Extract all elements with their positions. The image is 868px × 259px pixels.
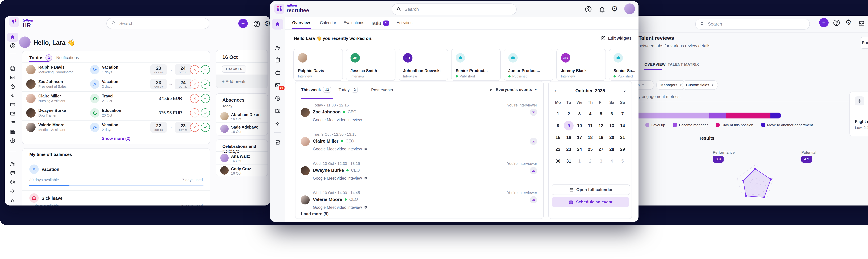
- todo-row[interactable]: Dwayne Burke Dog Trainer Education 20 Oc…: [22, 106, 210, 120]
- sidebar-item-feedback[interactable]: [5, 170, 21, 176]
- calendar-day[interactable]: 18: [585, 133, 595, 142]
- tab-overview[interactable]: Overview: [292, 21, 310, 25]
- calendar-day[interactable]: 22: [553, 144, 563, 154]
- calendar-day[interactable]: 23: [564, 144, 574, 154]
- calendar-day[interactable]: 3: [575, 109, 584, 119]
- sidebar-item-time-tracking[interactable]: [5, 84, 21, 89]
- schedule-event-button[interactable]: Schedule an event: [552, 197, 629, 207]
- tab-this-week[interactable]: This week 13: [301, 87, 331, 93]
- settings-gear-icon[interactable]: ⚙: [611, 4, 618, 13]
- todo-row[interactable]: Valerie Moore Medical Assistant Vacation…: [22, 120, 210, 135]
- todo-row[interactable]: Claire Miller Nursing Assistant Travel 2…: [22, 91, 210, 106]
- calendar-day[interactable]: 19: [596, 133, 606, 142]
- event-link[interactable]: Google Meet video inteview: [313, 205, 368, 210]
- sidebar-item-tasks[interactable]: [270, 57, 285, 63]
- event-link[interactable]: Google Meet video inteview: [313, 118, 362, 122]
- sidebar-item-calendar[interactable]: [5, 65, 21, 71]
- calendar-day[interactable]: 25: [585, 144, 595, 154]
- calendar-day[interactable]: 15: [553, 133, 563, 142]
- event-link[interactable]: Google Meet video inteview: [313, 176, 368, 181]
- sidebar-item-careers-site[interactable]: [270, 120, 285, 126]
- reject-button[interactable]: [190, 123, 199, 132]
- approve-button[interactable]: [201, 94, 210, 103]
- sidebar-item-id-card[interactable]: [5, 75, 21, 80]
- calendar-day-next-month[interactable]: 1: [575, 156, 584, 166]
- calendar-day[interactable]: 12: [596, 121, 606, 131]
- tab-evaluations[interactable]: Evaluations: [344, 21, 364, 25]
- sidebar-item-talent-pool[interactable]: [270, 108, 285, 114]
- sidebar-item-jobs[interactable]: [270, 69, 285, 76]
- add-button[interactable]: +: [238, 19, 248, 28]
- calendar-day[interactable]: 31: [564, 156, 574, 166]
- sidebar-item-profile[interactable]: [5, 43, 21, 49]
- events-filter[interactable]: Everyone's events ▼: [488, 87, 537, 92]
- calendar-day[interactable]: 8: [553, 121, 563, 131]
- candidate-card[interactable]: JB Jeremy Black Interview: [556, 49, 606, 81]
- calendar-day-selected[interactable]: 9: [564, 121, 574, 131]
- tab-today[interactable]: Today 2: [339, 87, 358, 93]
- edit-widgets-button[interactable]: Edit widgets: [601, 36, 631, 41]
- tab-todos[interactable]: To-dos 2: [29, 54, 52, 61]
- calendar-day[interactable]: 28: [607, 144, 617, 154]
- approve-button[interactable]: [201, 123, 210, 132]
- user-avatar[interactable]: [19, 36, 31, 48]
- add-button[interactable]: +: [819, 18, 829, 27]
- help-icon[interactable]: [584, 5, 592, 14]
- preview-form-template-button[interactable]: Preview form template: [861, 37, 868, 49]
- tab-activities[interactable]: Activities: [397, 21, 412, 25]
- calendar-day[interactable]: 10: [575, 121, 584, 131]
- user-avatar[interactable]: [624, 3, 635, 14]
- sidebar-item-reports[interactable]: [270, 95, 285, 102]
- load-more-link[interactable]: Load more (9): [301, 211, 329, 216]
- calendar-day-next-month[interactable]: 4: [607, 156, 617, 166]
- settings-gear-icon[interactable]: ⚙: [265, 19, 270, 28]
- hr-search-input[interactable]: [119, 21, 205, 26]
- calendar-day[interactable]: 7: [618, 109, 627, 119]
- calendar-day[interactable]: 13: [607, 121, 617, 131]
- sidebar-item-company[interactable]: [5, 129, 21, 135]
- event-link[interactable]: Google Meet video inteview: [313, 147, 368, 151]
- sidebar-item-home[interactable]: [272, 19, 283, 30]
- add-break-zone[interactable]: + Add break: [216, 75, 268, 88]
- calendar-day[interactable]: 11: [585, 121, 595, 131]
- approve-button[interactable]: [201, 108, 210, 117]
- calendar-day[interactable]: 17: [575, 133, 584, 142]
- calendar-day-next-month[interactable]: 3: [596, 156, 606, 166]
- calendar-day[interactable]: 27: [596, 144, 606, 154]
- candidate-card[interactable]: JD Johnathan Doewski Interview: [399, 49, 448, 81]
- candidate-card[interactable]: Ralphie Davis Interview: [293, 49, 343, 81]
- open-full-calendar-button[interactable]: Open full calendar: [552, 184, 630, 195]
- calendar-day[interactable]: 29: [618, 144, 627, 154]
- recruitee-search-input[interactable]: [404, 6, 512, 12]
- show-more-link[interactable]: Show more (2): [22, 136, 210, 141]
- calendar-day-next-month[interactable]: 5: [618, 156, 627, 166]
- todo-row[interactable]: Zac Johnson President of Sales Vacation …: [22, 77, 210, 91]
- calendar-day[interactable]: 6: [607, 109, 617, 119]
- tab-notifications[interactable]: Notifications: [56, 55, 79, 60]
- tab-tasks[interactable]: Tasks 1: [371, 21, 389, 26]
- calendar-day[interactable]: 20: [607, 133, 617, 142]
- calendar-day[interactable]: 2: [564, 109, 574, 119]
- settings-gear-icon[interactable]: ⚙: [845, 18, 852, 27]
- hr-search[interactable]: [106, 18, 209, 29]
- recruitee-search[interactable]: [392, 3, 517, 15]
- filter-custom-fields[interactable]: Custom fields▼: [682, 80, 718, 90]
- reject-button[interactable]: [190, 65, 199, 74]
- filter-managers[interactable]: Managers▼: [656, 80, 686, 90]
- tab-overview[interactable]: OVERVIEW: [644, 62, 665, 67]
- calendar-day[interactable]: 30: [553, 156, 563, 166]
- reviews-search[interactable]: [695, 19, 810, 30]
- calendar-day[interactable]: 5: [596, 109, 606, 119]
- help-icon[interactable]: [253, 20, 261, 29]
- tab-past-events[interactable]: Past events: [371, 88, 393, 92]
- inbox-tray-icon[interactable]: [858, 20, 865, 27]
- sidebar-item-workflows[interactable]: [5, 120, 21, 125]
- calendar-day[interactable]: 4: [585, 109, 595, 119]
- sidebar-item-marketplace[interactable]: [270, 139, 285, 146]
- candidate-card[interactable]: JB Jessica Smith Interview: [346, 49, 396, 81]
- help-icon[interactable]: [833, 19, 841, 27]
- calendar-day[interactable]: 21: [618, 133, 627, 142]
- sidebar-item-team[interactable]: [5, 161, 21, 167]
- sidebar-item-reports[interactable]: [5, 138, 21, 144]
- job-card[interactable]: Senior Sa... Published: [609, 49, 639, 81]
